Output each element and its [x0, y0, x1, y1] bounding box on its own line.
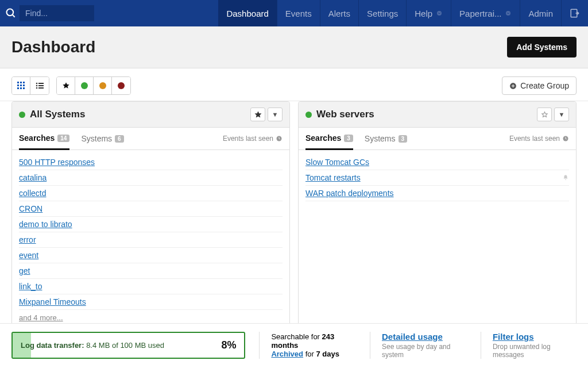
orange-filter[interactable] [94, 77, 112, 94]
svg-rect-19 [38, 87, 44, 89]
tab-searches[interactable]: Searches 3 [305, 133, 353, 150]
svg-rect-13 [23, 87, 25, 89]
svg-point-0 [7, 9, 14, 16]
panel-menu-button[interactable]: ▼ [554, 108, 569, 121]
search-link[interactable]: Slow Tomcat GCs [305, 158, 369, 167]
list-item: 500 HTTP responses [19, 155, 283, 170]
svg-rect-7 [23, 82, 25, 83]
svg-rect-8 [17, 85, 19, 86]
svg-point-14 [36, 83, 38, 85]
list-item: event [19, 248, 283, 263]
list-item: catalina [19, 170, 283, 186]
page-header: Dashboard Add Systems [0, 26, 588, 68]
archived-link[interactable]: Archived [271, 350, 303, 358]
clock-icon [562, 135, 569, 142]
star-filter-icon[interactable] [57, 77, 75, 94]
svg-rect-9 [20, 85, 22, 86]
panel-menu-button[interactable]: ▼ [268, 108, 283, 121]
events-last-seen: Events last seen [223, 135, 283, 148]
footer: Log data transfer: 8.4 MB of 100 MB used… [0, 323, 588, 368]
list-item: Slow Tomcat GCs [305, 155, 569, 170]
panel-header: All Systems ▼ [12, 102, 289, 128]
list-item: link_to [19, 279, 283, 294]
usage-percent: 8% [221, 339, 236, 351]
list-item: WAR patch deployments [305, 186, 569, 201]
search-link[interactable]: error [19, 235, 36, 244]
panel-tabs: Searches 14 Systems 6 Events last seen [12, 128, 289, 150]
panel-title: Web servers [316, 109, 537, 120]
search-link[interactable]: collectd [19, 189, 46, 198]
list-item: error [19, 232, 283, 248]
svg-point-16 [36, 85, 38, 87]
create-group-button[interactable]: Create Group [502, 76, 577, 95]
plus-circle-icon [509, 82, 517, 90]
svg-point-2 [437, 11, 442, 16]
nav-item-events[interactable]: Events [277, 0, 320, 26]
panels-container: All Systems ▼ Searches 14 Systems 6 Even… [0, 101, 588, 331]
list-item: Mixpanel Timeouts [19, 294, 283, 310]
filter-logs-link[interactable]: Filter logs [493, 332, 577, 342]
search-link[interactable]: WAR patch deployments [305, 189, 394, 198]
search-icon[interactable] [5, 7, 17, 20]
star-button[interactable] [250, 108, 265, 121]
svg-rect-17 [38, 85, 44, 86]
panel-tabs: Searches 3 Systems 3 Events last seen [299, 128, 576, 150]
search-list: Slow Tomcat GCsTomcat restartsWAR patch … [299, 150, 576, 206]
search-link[interactable]: event [19, 251, 38, 260]
status-dot [305, 112, 312, 118]
clock-icon [276, 135, 283, 142]
list-item: demo to librato [19, 217, 283, 232]
tab-systems[interactable]: Systems 6 [81, 134, 123, 149]
search-link[interactable]: catalina [19, 173, 47, 182]
search-link[interactable]: demo to librato [19, 220, 72, 229]
filter-logs-col: Filter logs Drop unwanted log messages [481, 332, 577, 359]
search-link[interactable]: get [19, 266, 30, 275]
list-item: get [19, 263, 283, 279]
panel-title: All Systems [30, 109, 250, 120]
search-link[interactable]: CRON [19, 204, 42, 213]
search-link[interactable]: link_to [19, 282, 42, 291]
star-button[interactable] [537, 108, 552, 121]
nav-item-settings[interactable]: Settings [359, 0, 407, 26]
detailed-usage-link[interactable]: Detailed usage [382, 332, 467, 342]
chevron-down-icon [436, 10, 443, 17]
events-last-seen: Events last seen [509, 135, 569, 148]
grid-view-icon[interactable] [12, 77, 30, 94]
svg-rect-15 [38, 83, 44, 84]
logout-icon[interactable] [562, 0, 588, 26]
page-title: Dashboard [11, 38, 95, 56]
svg-rect-6 [20, 82, 22, 83]
top-nav: DashboardEventsAlertsSettingsHelpPapertr… [0, 0, 588, 26]
red-filter[interactable] [112, 77, 130, 94]
nav-item-admin[interactable]: Admin [520, 0, 562, 26]
add-systems-button[interactable]: Add Systems [507, 37, 577, 57]
svg-rect-12 [20, 87, 22, 89]
svg-point-18 [36, 87, 38, 89]
search-input[interactable] [20, 5, 94, 21]
group-panel: All Systems ▼ Searches 14 Systems 6 Even… [11, 101, 290, 331]
svg-point-3 [506, 11, 510, 16]
usage-text: Log data transfer: 8.4 MB of 100 MB used [21, 341, 164, 350]
search-wrap [0, 0, 94, 26]
green-filter[interactable] [75, 77, 94, 94]
search-list: 500 HTTP responsescatalinacollectdCRONde… [12, 150, 289, 330]
search-link[interactable]: Tomcat restarts [305, 173, 361, 182]
view-toggle-group [11, 76, 49, 95]
detailed-usage-col: Detailed usage See usage by day and syst… [370, 332, 467, 359]
list-view-icon[interactable] [30, 77, 49, 94]
list-item: CRON [19, 201, 283, 217]
nav-item-papertrai[interactable]: Papertrai... [451, 0, 520, 26]
nav-item-alerts[interactable]: Alerts [320, 0, 359, 26]
panel-header: Web servers ▼ [299, 102, 576, 128]
filter-group [56, 76, 131, 95]
tab-searches[interactable]: Searches 14 [19, 133, 69, 150]
svg-rect-10 [23, 85, 25, 86]
nav-item-help[interactable]: Help [407, 0, 451, 26]
nav-item-dashboard[interactable]: Dashboard [218, 0, 277, 26]
group-panel: Web servers ▼ Searches 3 Systems 3 Event… [298, 101, 577, 331]
search-link[interactable]: 500 HTTP responses [19, 158, 95, 167]
search-link[interactable]: Mixpanel Timeouts [19, 297, 86, 306]
usage-box: Log data transfer: 8.4 MB of 100 MB used… [11, 332, 245, 359]
list-item: Tomcat restarts [305, 170, 569, 186]
tab-systems[interactable]: Systems 3 [365, 134, 407, 149]
